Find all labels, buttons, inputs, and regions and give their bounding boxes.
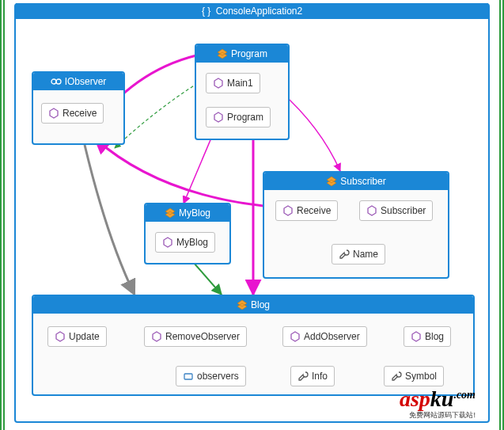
- class-title-iobserver: IObserver: [33, 73, 123, 90]
- namespace-title: ConsoleApplication2: [16, 3, 488, 19]
- member-label: Info: [312, 371, 328, 382]
- property-icon: [391, 371, 402, 382]
- member-label: Receive: [63, 108, 97, 119]
- member-sub-name[interactable]: Name: [332, 244, 385, 264]
- border-decoration: [499, 0, 501, 430]
- method-icon: [151, 331, 162, 342]
- class-subscriber[interactable]: Subscriber Receive Subscriber Name: [263, 171, 449, 279]
- class-icon: [217, 48, 228, 59]
- method-icon: [213, 78, 224, 89]
- class-name: IObserver: [65, 76, 107, 87]
- member-program[interactable]: Program: [206, 107, 271, 127]
- class-name: MyBlog: [179, 207, 210, 219]
- interface-icon: [51, 76, 62, 87]
- border-decoration: [3, 0, 5, 430]
- watermark-domain: .com: [453, 389, 476, 401]
- class-name: Subscriber: [340, 176, 385, 187]
- member-receive[interactable]: Receive: [41, 103, 104, 124]
- member-label: RemoveObserver: [165, 331, 240, 342]
- member-main1[interactable]: Main1: [206, 73, 260, 93]
- class-title-program: Program: [196, 45, 288, 63]
- member-update[interactable]: Update: [47, 326, 107, 347]
- class-name: Program: [231, 48, 267, 59]
- member-label: MyBlog: [176, 237, 208, 248]
- watermark: aspku.com 免费网站源码下载站!: [400, 388, 476, 419]
- member-label: observers: [197, 371, 239, 382]
- class-icon: [237, 299, 248, 310]
- method-icon: [48, 108, 59, 119]
- member-addobserver[interactable]: AddObserver: [282, 326, 367, 347]
- member-label: Subscriber: [381, 205, 426, 216]
- member-label: Symbol: [405, 371, 437, 382]
- class-title-blog: Blog: [33, 296, 473, 314]
- class-program[interactable]: Program Main1 Program: [195, 44, 290, 140]
- member-label: Receive: [297, 205, 331, 216]
- class-blog[interactable]: Blog Update RemoveObserver AddObserver B…: [32, 295, 475, 396]
- class-icon: [165, 207, 176, 219]
- method-icon: [366, 205, 377, 216]
- class-icon: [326, 176, 337, 187]
- watermark-part1: asp: [400, 386, 430, 411]
- member-label: Update: [69, 331, 100, 342]
- border-decoration: [0, 0, 2, 430]
- class-title-subscriber: Subscriber: [264, 173, 448, 190]
- member-removeobserver[interactable]: RemoveObserver: [144, 326, 247, 347]
- member-symbol[interactable]: Symbol: [384, 366, 444, 386]
- member-label: Name: [353, 249, 378, 260]
- method-icon: [55, 331, 66, 342]
- member-myblog[interactable]: MyBlog: [155, 232, 215, 253]
- namespace-icon: [202, 6, 213, 17]
- class-name: Blog: [251, 299, 270, 310]
- class-title-myblog: MyBlog: [146, 204, 229, 222]
- property-icon: [339, 249, 350, 260]
- method-icon: [213, 112, 224, 123]
- field-icon: [183, 371, 194, 382]
- member-observers[interactable]: observers: [176, 366, 246, 386]
- member-sub-subscriber[interactable]: Subscriber: [359, 200, 433, 221]
- watermark-part2: ku: [430, 386, 454, 411]
- property-icon: [297, 371, 309, 382]
- namespace-name: ConsoleApplication2: [216, 6, 302, 17]
- member-label: AddObserver: [304, 331, 360, 342]
- member-label: Main1: [227, 78, 253, 89]
- member-label: Blog: [425, 331, 444, 342]
- method-icon: [282, 205, 294, 216]
- class-myblog[interactable]: MyBlog MyBlog: [144, 203, 231, 264]
- member-info[interactable]: Info: [290, 366, 335, 386]
- watermark-subtitle: 免费网站源码下载站!: [400, 412, 476, 419]
- member-blog[interactable]: Blog: [404, 326, 451, 347]
- member-sub-receive[interactable]: Receive: [275, 200, 338, 221]
- member-label: Program: [227, 112, 263, 123]
- method-icon: [162, 237, 173, 248]
- method-icon: [290, 331, 301, 342]
- class-iobserver[interactable]: IObserver Receive: [32, 71, 125, 145]
- method-icon: [411, 331, 422, 342]
